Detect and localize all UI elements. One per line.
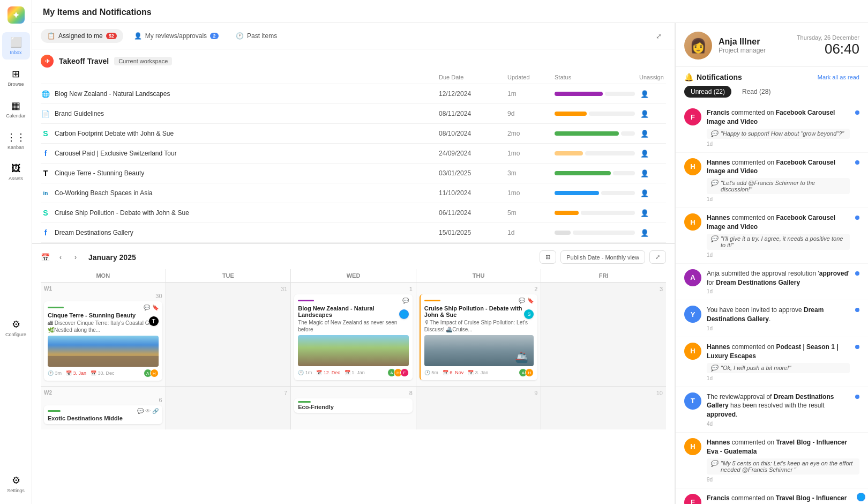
workspace-header: ✈ Takeoff Travel Current workspace <box>41 49 666 71</box>
notification-item[interactable]: H Hannes commented on Podcast | Season 1… <box>676 337 868 387</box>
item-title: Carbon Footprint Debate with John & Sue <box>55 130 174 137</box>
notification-item[interactable]: H Hannes commented on Travel Blog - Infl… <box>676 433 868 488</box>
tab-assigned[interactable]: 📋 Assigned to me 52 <box>41 29 123 43</box>
unassign-button[interactable]: 👤 <box>639 168 650 179</box>
tab-reviews-label: My reviews/approvals <box>145 32 207 40</box>
unassign-button[interactable]: 👤 <box>639 227 650 238</box>
unread-dot <box>855 216 859 220</box>
user-time-section: Thursday, 26 December 06:40 <box>797 34 859 57</box>
item-status <box>555 92 635 96</box>
table-row[interactable]: f Carousel Paid | Exclusive Switzerland … <box>41 144 666 164</box>
notification-item[interactable]: Y You have been invited to approve Dream… <box>676 300 868 337</box>
cal-date-30: 30 <box>44 293 162 299</box>
table-row[interactable]: T Cinque Terre - Stunning Beauty 03/01/2… <box>41 164 666 183</box>
notification-item[interactable]: H Hannes commented on Facebook Carousel … <box>676 153 868 209</box>
unassign-button[interactable]: 👤 <box>639 88 650 99</box>
card-title-eco: Eco-Friendly <box>298 404 409 410</box>
notif-avatar: H <box>684 343 701 360</box>
notification-item[interactable]: F Francis commented on Travel Blog - Inf… <box>676 488 868 504</box>
week-label-w2: W2 <box>44 390 162 396</box>
item-name: T Cinque Terre - Stunning Beauty <box>41 168 435 178</box>
item-channel-icon: 🌐 <box>41 89 50 99</box>
sidebar-item-configure[interactable]: ⚙ Configure <box>2 314 30 342</box>
tab-past[interactable]: 🕐 Past items <box>229 29 283 43</box>
sidebar-item-calendar[interactable]: ▦ Calendar <box>2 95 30 123</box>
calendar-prev-button[interactable]: ‹ <box>54 251 67 264</box>
sidebar-item-assets[interactable]: 🖼 Assets <box>2 159 30 186</box>
tab-read[interactable]: Read (28) <box>736 86 777 98</box>
tab-assigned-label: Assigned to me <box>58 32 103 40</box>
cal-card-exotic[interactable]: 💬 👁 🔗 Exotic Destinations Middle 📷 <box>44 405 162 424</box>
cal-card-eco[interactable]: Eco-Friendly 🌐 <box>294 398 413 413</box>
calendar-icon: ▦ <box>11 100 20 112</box>
sidebar-item-label-inbox: Inbox <box>10 50 21 55</box>
calendar-publish-date-button[interactable]: Publish Date - Monthly view <box>560 250 645 264</box>
sidebar-item-label-assets: Assets <box>9 176 23 181</box>
table-row[interactable]: f Dream Destinations Gallery 15/01/2025 … <box>41 223 666 243</box>
card-desc: 🏙 Discover Cinque Terre: Italy's Coastal… <box>48 320 159 333</box>
item-updated: 1mo <box>507 189 550 197</box>
notif-time: 1d <box>707 325 850 331</box>
notif-content: The review/approval of Dream Destination… <box>707 392 850 427</box>
calendar-expand-button[interactable]: ⤢ <box>649 250 666 264</box>
item-due-date: 11/10/2024 <box>439 189 503 197</box>
cal-card-cinque-terre[interactable]: 💬 🔖 Cinque Terre - Stunning Beauty 🏙 Dis… <box>44 301 162 381</box>
calendar-next-button[interactable]: › <box>69 251 82 264</box>
item-updated: 5m <box>507 209 550 217</box>
notification-item[interactable]: T The review/approval of Dream Destinati… <box>676 387 868 433</box>
status-bar-bg <box>621 131 635 136</box>
user-avatar: 👩 <box>684 32 712 60</box>
main-content: My Items and Notifications 📋 Assigned to… <box>32 0 868 504</box>
cal-day-mon: MON <box>41 269 166 282</box>
sidebar-item-browse[interactable]: ⊞ Browse <box>2 64 30 91</box>
notif-text: Anja submitted the approval resolution '… <box>707 269 850 287</box>
unread-dot <box>855 160 859 165</box>
sidebar-item-kanban[interactable]: ⋮⋮ Kanban <box>2 127 30 154</box>
bell-icon: 🔔 <box>684 73 693 81</box>
card-image-nz <box>298 335 409 366</box>
table-row[interactable]: S Cruise Ship Pollution - Debate with Jo… <box>41 203 666 223</box>
card-time-nz: 🕐 1m <box>298 370 312 375</box>
col-status: Status <box>555 74 635 80</box>
unassign-button[interactable]: 👤 <box>639 148 650 159</box>
calendar-grid-view-button[interactable]: ⊞ <box>540 250 556 264</box>
unassign-button[interactable]: 👤 <box>639 128 650 139</box>
calendar-grid: MON TUE WED THU FRI W1 30 <box>41 269 666 429</box>
cal-card-new-zealand[interactable]: 💬 Blog New Zealand - Natural Landscapes … <box>294 294 413 380</box>
sidebar-item-settings[interactable]: ⚙ Settings <box>2 470 30 498</box>
table-row[interactable]: in Co-Working Beach Spaces in Asia 11/10… <box>41 183 666 203</box>
item-updated: 3m <box>507 169 550 177</box>
app-logo[interactable]: ✦ <box>8 6 25 24</box>
cal-card-cruise[interactable]: 💬 🔖 Cruise Ship Pollution - Debate with … <box>420 294 538 380</box>
item-channel-icon: f <box>41 149 50 158</box>
page-title: My Items and Notifications <box>43 8 857 17</box>
mark-all-read-button[interactable]: Mark all as read <box>818 74 859 80</box>
card-bar-eco <box>298 401 311 403</box>
expand-panel-button[interactable]: ⤢ <box>651 28 666 43</box>
card-icons-nz: 💬 <box>402 298 409 303</box>
unread-dot <box>855 110 859 115</box>
table-row[interactable]: 🌐 Blog New Zealand - Natural Landscapes … <box>41 84 666 104</box>
user-info: Anja Illner Project manager <box>719 37 790 54</box>
unassign-button[interactable]: 👤 <box>639 188 650 198</box>
unassign-button[interactable]: 👤 <box>639 207 650 218</box>
col-unassign: Unassign <box>639 74 666 80</box>
card-icons-exotic: 💬 👁 🔗 <box>137 408 159 414</box>
notif-avatar: F <box>684 494 701 504</box>
sidebar-item-inbox[interactable]: ⬜ Inbox <box>2 32 30 60</box>
tab-unread[interactable]: Unread (22) <box>684 86 731 98</box>
notif-text: Francis commented on Travel Blog - Influ… <box>707 494 859 504</box>
notification-item[interactable]: A Anja submitted the approval resolution… <box>676 264 868 301</box>
cal-date-1: 1 <box>294 286 413 292</box>
sidebar-item-label-configure: Configure <box>5 332 26 337</box>
table-row[interactable]: S Carbon Footprint Debate with John & Su… <box>41 124 666 144</box>
cal-cell-fri-10: 10 <box>541 387 666 429</box>
card-image-cruise <box>424 335 534 366</box>
notification-item[interactable]: F Francis commented on Facebook Carousel… <box>676 103 868 153</box>
cal-cell-mon-6: W2 6 💬 👁 🔗 Exotic Desti <box>41 387 166 429</box>
tab-reviews[interactable]: 👤 My reviews/approvals 2 <box>128 29 225 43</box>
unassign-button[interactable]: 👤 <box>639 108 650 119</box>
card-share-icon-cruise: 🔖 <box>527 298 534 303</box>
notification-item[interactable]: H Hannes commented on Facebook Carousel … <box>676 208 868 264</box>
table-row[interactable]: 📄 Brand Guidelines 08/11/2024 9d 👤 <box>41 104 666 124</box>
